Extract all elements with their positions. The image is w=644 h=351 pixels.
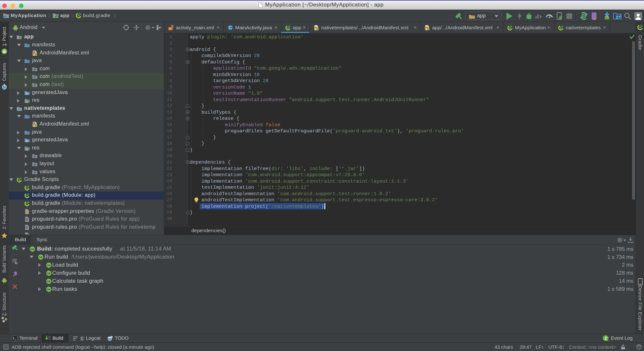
svg-text:2: 2 — [605, 336, 607, 341]
svg-text:OK: OK — [47, 280, 51, 283]
svg-text:10: 10 — [49, 338, 51, 340]
svg-text:OK: OK — [39, 256, 43, 259]
svg-text:C: C — [229, 25, 232, 30]
svg-text:OK: OK — [47, 288, 51, 291]
svg-text:01: 01 — [49, 336, 51, 338]
svg-text:OK: OK — [47, 263, 51, 267]
svg-text:OK: OK — [30, 248, 35, 251]
svg-text:OK: OK — [47, 271, 51, 275]
svg-text:ab: ab — [14, 261, 18, 264]
